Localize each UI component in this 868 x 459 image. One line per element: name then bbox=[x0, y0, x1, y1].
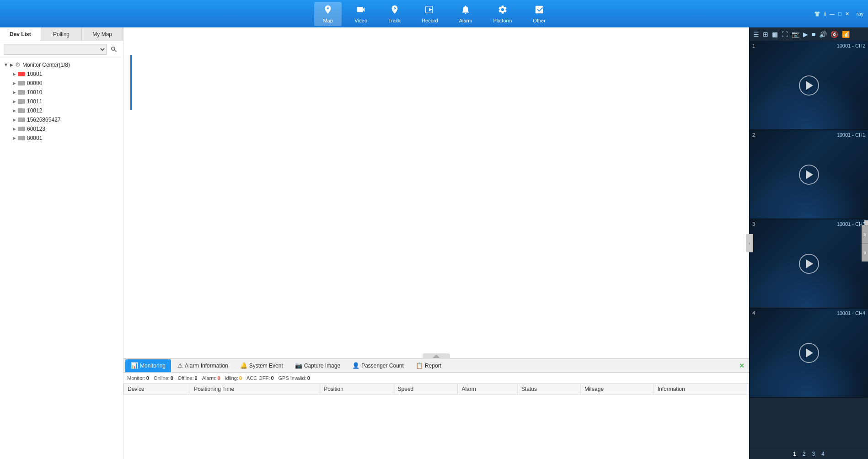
close-icon[interactable]: ✕ bbox=[845, 11, 849, 17]
list-view-icon[interactable]: ☰ bbox=[752, 30, 760, 38]
list-item[interactable]: ▶ 10011 bbox=[0, 97, 123, 106]
list-item[interactable]: ▶ 10012 bbox=[0, 106, 123, 115]
nav-item-other[interactable]: Other bbox=[525, 2, 554, 26]
page-1-button[interactable]: 1 bbox=[791, 450, 798, 458]
tab-alarm-info[interactable]: ⚠ Alarm Information bbox=[172, 359, 234, 372]
alarm-tab-icon: ⚠ bbox=[177, 362, 183, 369]
feed-3-play-button[interactable] bbox=[799, 254, 819, 274]
minimize-icon[interactable]: — bbox=[830, 11, 835, 16]
bottom-panel: 📊 Monitoring ⚠ Alarm Information 🔔 Syste… bbox=[123, 358, 749, 459]
device-tree: ▼ ▶ ⚙ Monitor Center(1/8) ▶ 10001 ▶ 0000… bbox=[0, 58, 123, 459]
gear-icon: ⚙ bbox=[15, 61, 21, 68]
search-button[interactable] bbox=[108, 44, 119, 55]
list-item[interactable]: ▶ 10010 bbox=[0, 88, 123, 97]
feed-3-label: 10001 - CH3 bbox=[837, 221, 865, 227]
right-tab-1[interactable]: 5 bbox=[862, 225, 868, 243]
layout-icon[interactable]: ▦ bbox=[771, 30, 779, 38]
tab-passenger-count[interactable]: 👤 Passenger Count bbox=[347, 359, 409, 372]
tab-capture-image[interactable]: 📷 Capture Image bbox=[289, 359, 346, 372]
search-input[interactable] bbox=[4, 44, 107, 55]
tree-root[interactable]: ▼ ▶ ⚙ Monitor Center(1/8) bbox=[0, 60, 123, 69]
video-feed-1[interactable]: 1 10001 - CH2 bbox=[750, 41, 868, 130]
status-online: Online: 0 bbox=[154, 375, 173, 381]
collapse-icon: ▼ bbox=[4, 62, 8, 67]
nav-item-map[interactable]: Map bbox=[314, 2, 342, 26]
tree-root-label: Monitor Center(1/8) bbox=[22, 62, 70, 68]
device-status-icon bbox=[18, 108, 25, 113]
play-all-icon[interactable]: ▶ bbox=[802, 30, 809, 38]
nav-item-record[interactable]: Record bbox=[413, 2, 446, 26]
tab-report[interactable]: 📋 Report bbox=[410, 359, 447, 372]
right-tab-2[interactable]: 9 bbox=[862, 243, 868, 262]
device-label: 00000 bbox=[27, 80, 42, 86]
maximize-icon[interactable]: □ bbox=[838, 11, 841, 16]
nav-item-alarm[interactable]: Alarm bbox=[451, 2, 481, 26]
play-icon bbox=[806, 81, 813, 90]
feed-1-play-button[interactable] bbox=[799, 75, 819, 96]
map-area[interactable] bbox=[123, 27, 749, 358]
feed-4-play-button[interactable] bbox=[799, 343, 819, 363]
feed-2-label: 10001 - CH1 bbox=[837, 132, 865, 138]
tab-polling[interactable]: Polling bbox=[41, 27, 82, 41]
nav-label-record: Record bbox=[422, 18, 438, 23]
status-idling: Idling: 0 bbox=[225, 375, 242, 381]
grid-view-icon[interactable]: ⊞ bbox=[762, 30, 769, 38]
other-icon bbox=[534, 5, 544, 17]
list-item[interactable]: ▶ 600123 bbox=[0, 124, 123, 133]
list-item[interactable]: ▶ 00000 bbox=[0, 79, 123, 88]
status-monitor: Monitor: 0 bbox=[127, 375, 149, 381]
map-icon bbox=[323, 5, 333, 17]
video-feed-2[interactable]: 2 10001 - CH1 bbox=[750, 130, 868, 219]
col-position: Position bbox=[320, 384, 394, 395]
tab-my-map[interactable]: My Map bbox=[82, 27, 123, 41]
nav-label-track: Track bbox=[388, 18, 401, 23]
page-3-button[interactable]: 3 bbox=[810, 450, 817, 458]
tab-system-event[interactable]: 🔔 System Event bbox=[235, 359, 289, 372]
video-page-controls: 1 2 3 4 bbox=[750, 448, 868, 459]
tab-capture-label: Capture Image bbox=[304, 363, 340, 369]
bottom-panel-close[interactable]: ✕ bbox=[736, 361, 747, 370]
video-feed-1-header: 1 10001 - CH2 bbox=[752, 43, 865, 48]
stop-all-icon[interactable]: ■ bbox=[811, 30, 816, 38]
feed-4-label: 10001 - CH4 bbox=[837, 310, 865, 316]
bottom-expand-handle[interactable] bbox=[423, 353, 450, 359]
device-label: 80001 bbox=[27, 135, 42, 141]
page-2-button[interactable]: 2 bbox=[801, 450, 808, 458]
nav-item-platform[interactable]: Platform bbox=[485, 2, 520, 26]
info-icon[interactable]: ℹ bbox=[824, 11, 826, 17]
nav-item-video[interactable]: Video bbox=[346, 2, 375, 26]
video-feed-2-header: 2 10001 - CH1 bbox=[752, 132, 865, 138]
page-4-button[interactable]: 4 bbox=[820, 450, 826, 458]
video-feed-3[interactable]: 3 10001 - CH3 bbox=[750, 219, 868, 309]
status-gps-invalid: GPS Invalid: 0 bbox=[279, 375, 310, 381]
feed-3-number: 3 bbox=[752, 221, 755, 227]
center-area: 📊 Monitoring ⚠ Alarm Information 🔔 Syste… bbox=[123, 27, 749, 459]
col-positioning-time: Positioning Time bbox=[190, 384, 320, 395]
play-icon bbox=[806, 170, 813, 179]
tab-dev-list[interactable]: Dev List bbox=[0, 27, 41, 41]
audio-off-icon[interactable]: 🔇 bbox=[830, 30, 839, 38]
list-item[interactable]: ▶ 80001 bbox=[0, 133, 123, 143]
username: ray bbox=[857, 11, 863, 16]
system-tab-icon: 🔔 bbox=[240, 362, 247, 369]
feed-2-play-button[interactable] bbox=[799, 165, 819, 185]
camera-capture-icon[interactable]: 📷 bbox=[791, 30, 800, 38]
nav-item-track[interactable]: Track bbox=[380, 2, 409, 26]
video-feed-4[interactable]: 4 10001 - CH4 bbox=[750, 309, 868, 398]
signal-icon[interactable]: 📶 bbox=[841, 30, 851, 38]
list-item[interactable]: ▶ 15626865427 bbox=[0, 115, 123, 124]
device-label: 15626865427 bbox=[27, 117, 60, 123]
list-item[interactable]: ▶ 10001 bbox=[0, 69, 123, 79]
audio-on-icon[interactable]: 🔊 bbox=[818, 30, 828, 38]
platform-icon bbox=[498, 5, 508, 17]
fullscreen-icon[interactable]: ⛶ bbox=[781, 30, 789, 38]
play-icon bbox=[806, 259, 813, 268]
right-side-tabs: 5 9 bbox=[862, 225, 868, 262]
video-feed-3-header: 3 10001 - CH3 bbox=[752, 221, 865, 227]
col-alarm: Alarm bbox=[458, 384, 518, 395]
help-icon[interactable]: 👕 bbox=[814, 11, 820, 17]
nav-label-video: Video bbox=[354, 18, 367, 23]
tab-monitoring[interactable]: 📊 Monitoring bbox=[125, 359, 171, 372]
right-panel-collapse[interactable]: ‹ bbox=[746, 234, 753, 252]
tab-report-label: Report bbox=[425, 363, 441, 369]
